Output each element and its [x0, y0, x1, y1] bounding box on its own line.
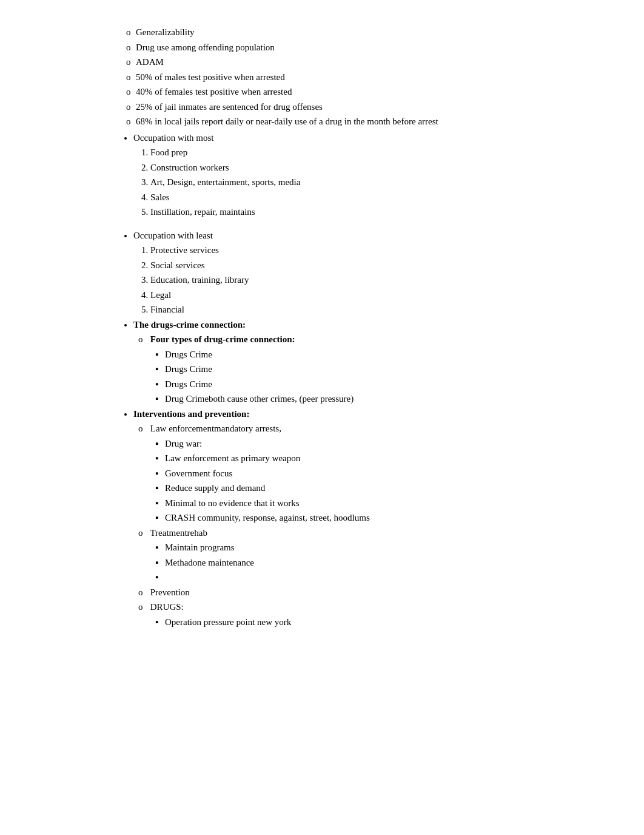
drugs-crime-sub: Four types of drug-crime connection: Dru… [133, 333, 608, 406]
four-types-item: Four types of drug-crime connection: Dru… [148, 333, 608, 406]
treatment-label: Treatmentrehab [150, 528, 207, 538]
list-item: Construction workers [150, 161, 608, 175]
list-item: Food prep [150, 146, 608, 160]
list-item: 68% in local jails report daily or near-… [136, 115, 608, 129]
list-item: Operation pressure point new york [165, 615, 608, 629]
law-enforcement-label: Law enforcementmandatory arrests, [150, 424, 281, 433]
four-types-label: Four types of drug-crime connection: [150, 334, 295, 344]
list-item: Minimal to no evidence that it works [165, 496, 608, 510]
list-item: CRASH community, response, against, stre… [165, 511, 608, 525]
main-list: Occupation with most Food prep Construct… [121, 131, 608, 629]
drugs-item: DRUGS: Operation pressure point new york [148, 600, 608, 629]
prevention-label: Prevention [150, 587, 190, 597]
list-item: Drug war: [165, 437, 608, 451]
list-item: Drugs Crime [165, 362, 608, 376]
occupation-least-item: Occupation with least Protective service… [133, 229, 608, 317]
list-item: 40% of females test positive when arrest… [136, 85, 608, 99]
drugs-crime-item: The drugs-crime connection: Four types o… [133, 318, 608, 406]
list-item: Generalizability [136, 25, 608, 39]
list-item: Art, Design, entertainment, sports, medi… [150, 175, 608, 189]
interventions-item: Interventions and prevention: Law enforc… [133, 407, 608, 629]
list-item: ADAM [136, 55, 608, 69]
treatment-list: Maintain programs Methadone maintenance [148, 541, 608, 584]
list-item: Drug use among offending population [136, 41, 608, 55]
list-item: Education, training, library [150, 273, 608, 287]
drugs-label: DRUGS: [150, 602, 184, 612]
list-item: Government focus [165, 467, 608, 481]
list-item: Drugs Crime [165, 348, 608, 362]
list-item: 50% of males test positive when arrested [136, 70, 608, 84]
list-item: Drug Crimeboth cause other crimes, (peer… [165, 392, 608, 406]
list-item: Reduce supply and demand [165, 481, 608, 495]
treatment-item: Treatmentrehab Maintain programs Methado… [148, 526, 608, 584]
list-item: Legal [150, 288, 608, 302]
list-item [165, 570, 608, 584]
list-item: Law enforcement as primary weapon [165, 451, 608, 465]
list-item: 25% of jail inmates are sentenced for dr… [136, 100, 608, 114]
list-item: Social services [150, 259, 608, 272]
occupation-most-list: Food prep Construction workers Art, Desi… [133, 146, 608, 219]
occupation-most-item: Occupation with most Food prep Construct… [133, 131, 608, 219]
occupation-most-label: Occupation with most [133, 133, 213, 143]
interventions-sub: Law enforcementmandatory arrests, Drug w… [133, 422, 608, 629]
occupation-least-list: Protective services Social services Educ… [133, 243, 608, 317]
list-item: Maintain programs [165, 541, 608, 555]
law-enforcement-list: Drug war: Law enforcement as primary wea… [148, 437, 608, 525]
top-level2-list: Generalizability Drug use among offendin… [121, 25, 608, 129]
list-item: Sales [150, 191, 608, 205]
drugs-crime-label: The drugs-crime connection: [133, 320, 246, 330]
law-enforcement-item: Law enforcementmandatory arrests, Drug w… [148, 422, 608, 525]
list-item: Financial [150, 303, 608, 317]
list-item: Methadone maintenance [165, 556, 608, 570]
list-item: Instillation, repair, maintains [150, 205, 608, 219]
drugs-list: Operation pressure point new york [148, 615, 608, 629]
interventions-label: Interventions and prevention: [133, 409, 249, 419]
prevention-item: Prevention [148, 586, 608, 600]
list-item: Drugs Crime [165, 377, 608, 391]
list-item: Protective services [150, 243, 608, 257]
occupation-least-label: Occupation with least [133, 231, 213, 240]
crime-types-list: Drugs Crime Drugs Crime Drugs Crime Drug… [148, 348, 608, 406]
